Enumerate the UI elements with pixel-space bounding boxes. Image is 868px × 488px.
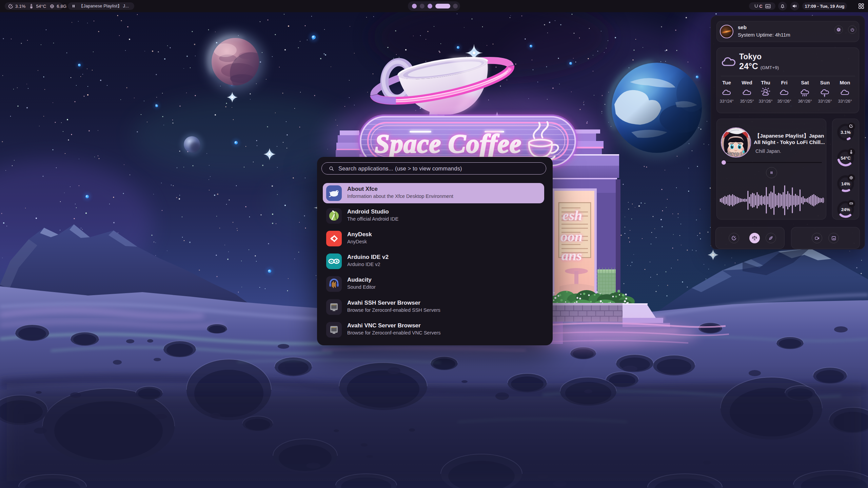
svg-text:Space Coffee: Space Coffee [375,129,522,158]
svg-text:esh: esh [563,208,582,223]
svg-text:14%: 14% [841,181,850,186]
svg-text:ans: ans [561,248,582,263]
svg-text:54°C: 54°C [841,156,851,161]
svg-text:oon: oon [560,229,583,244]
svg-text:3.1%: 3.1% [841,130,851,135]
svg-text:24%: 24% [841,207,850,212]
svg-text:TOKYO LO: TOKYO LO [723,152,747,157]
